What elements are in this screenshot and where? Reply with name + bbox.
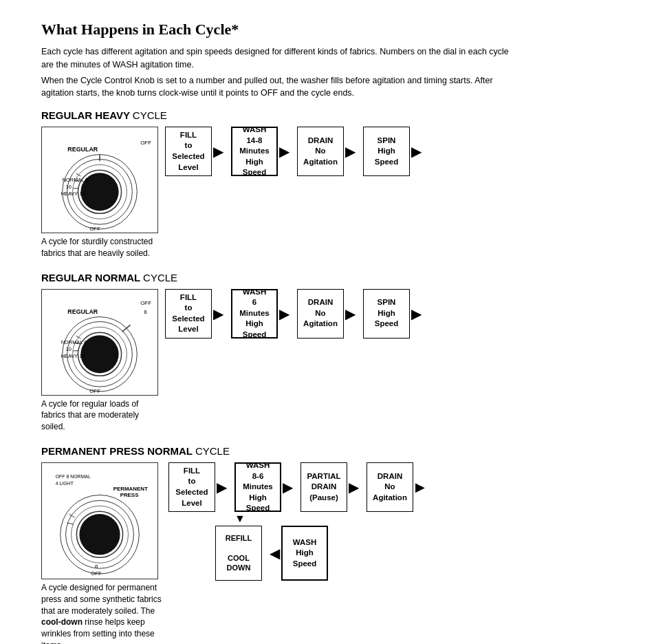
regular-heavy-dial-container: REGULAR OFF NORMAL 8 10 HEAVY 14 [41,127,158,259]
pp-bottom-flow: REFILLCOOLDOWN WASHHighSpeed [168,526,622,581]
svg-text:OFF: OFF [140,299,151,305]
svg-text:10: 10 [66,184,72,190]
regular-heavy-section: REGULAR HEAVY Cycle REGULAR OFF [41,109,622,259]
flow-wash-heavy: WASH14-8MinutesHighSpeed [231,127,278,176]
regular-normal-desc: A cycle for regular loads of fabrics tha… [41,398,158,433]
flow-spin-1: SPINHighSpeed [363,127,410,176]
svg-text:REGULAR: REGULAR [67,308,98,314]
regular-normal-row: REGULAR OFF 8 NORMAL 8 10 HEAVY 14 OFF [41,289,622,433]
svg-text:OFF: OFF [89,388,100,394]
svg-text:NORMAL 8: NORMAL 8 [63,177,89,183]
pp-fill: FILLtoSelectedLevel [168,462,215,512]
svg-text:HEAVY 14: HEAVY 14 [61,191,85,197]
pp-arrow-3 [347,480,367,494]
svg-text:4 LIGHT: 4 LIGHT [56,481,74,486]
svg-text:OFF: OFF [89,226,100,232]
arrow-5 [278,307,297,321]
regular-normal-dial: REGULAR OFF 8 NORMAL 8 10 HEAVY 14 OFF [41,289,158,396]
pp-row: OFF 8 NORMAL 4 LIGHT PERMANENT PRESS OFF… [41,462,622,644]
flow-drain-2: DRAINNoAgitation [297,289,344,339]
pp-arrow-2 [281,480,300,494]
pp-partial-drain: PARTIALDRAIN(Pause) [300,462,347,512]
svg-text:REGULAR: REGULAR [67,146,98,153]
svg-text:PRESS: PRESS [120,492,139,498]
pp-top-flow: FILLtoSelectedLevel WASH8-6MinutesHighSp… [168,462,622,512]
regular-normal-title: REGULAR NORMAL Cycle [41,272,622,283]
pp-arrow-end: ▶ [413,480,427,495]
pp-down-arrow: ▼ [234,512,245,526]
flow-spin-2: SPINHighSpeed [363,289,410,339]
svg-text:PERMANENT: PERMANENT [113,486,148,492]
svg-text:6: 6 [95,564,98,570]
pp-wash-high: WASHHighSpeed [281,526,328,581]
regular-heavy-dial: REGULAR OFF NORMAL 8 10 HEAVY 14 [41,127,158,233]
page-title: What Happens in Each Cycle* [41,21,622,39]
pp-dial: OFF 8 NORMAL 4 LIGHT PERMANENT PRESS OFF… [41,462,158,579]
flow-fill-1: FILLtoSelectedLevel [165,127,212,176]
arrow-2 [278,144,297,158]
svg-point-42 [79,514,120,555]
pp-flow-container: FILLtoSelectedLevel WASH8-6MinutesHighSp… [168,462,622,581]
arrow-6 [344,307,363,321]
pp-refill: REFILLCOOLDOWN [215,526,262,581]
pp-section: PERMANENT PRESS NORMAL Cycle OFF 8 NORMA… [41,445,622,644]
flow-drain-1: DRAINNoAgitation [297,127,344,176]
regular-heavy-row: REGULAR OFF NORMAL 8 10 HEAVY 14 [41,127,622,259]
pp-wash: WASH8-6MinutesHighSpeed [234,462,281,512]
svg-text:OFF  8 NORMAL: OFF 8 NORMAL [56,474,91,479]
flow-fill-2: FILLtoSelectedLevel [165,289,212,339]
svg-text:HEAVY 14: HEAVY 14 [61,352,85,358]
regular-normal-flow: FILLtoSelectedLevel WASH6MinutesHighSpee… [165,289,622,339]
pp-drain: DRAINNoAgitation [367,462,413,512]
flow-wash-normal: WASH6MinutesHighSpeed [231,289,278,339]
pp-arrow-1 [215,480,234,494]
pp-arrow-left [262,546,281,560]
pp-dial-container: OFF 8 NORMAL 4 LIGHT PERMANENT PRESS OFF… [41,462,162,644]
regular-normal-dial-container: REGULAR OFF 8 NORMAL 8 10 HEAVY 14 OFF [41,289,158,433]
arrow-3 [344,144,363,158]
regular-heavy-flow: FILLtoSelectedLevel WASH14-8MinutesHighS… [165,127,622,176]
regular-heavy-desc: A cycle for sturdily constructed fabrics… [41,236,158,259]
svg-text:OFF: OFF [91,570,102,577]
arrow-4 [212,307,231,321]
svg-text:OFF: OFF [140,140,151,146]
svg-text:10: 10 [66,345,72,352]
intro-text: Each cycle has different agitation and s… [41,45,509,100]
arrow-end-1 [410,144,429,158]
pp-down-arrow-row: ▼ [168,512,622,526]
arrow-end-2 [410,307,429,321]
pp-desc: A cycle designed for permanent press and… [41,582,162,644]
arrow-1 [212,144,231,158]
regular-heavy-title: REGULAR HEAVY Cycle [41,109,622,121]
regular-normal-section: REGULAR NORMAL Cycle REGULAR OFF 8 NORMA… [41,272,622,433]
pp-title: PERMANENT PRESS NORMAL Cycle [41,445,622,457]
svg-text:8: 8 [144,308,147,314]
svg-text:NORMAL 8: NORMAL 8 [61,339,87,345]
